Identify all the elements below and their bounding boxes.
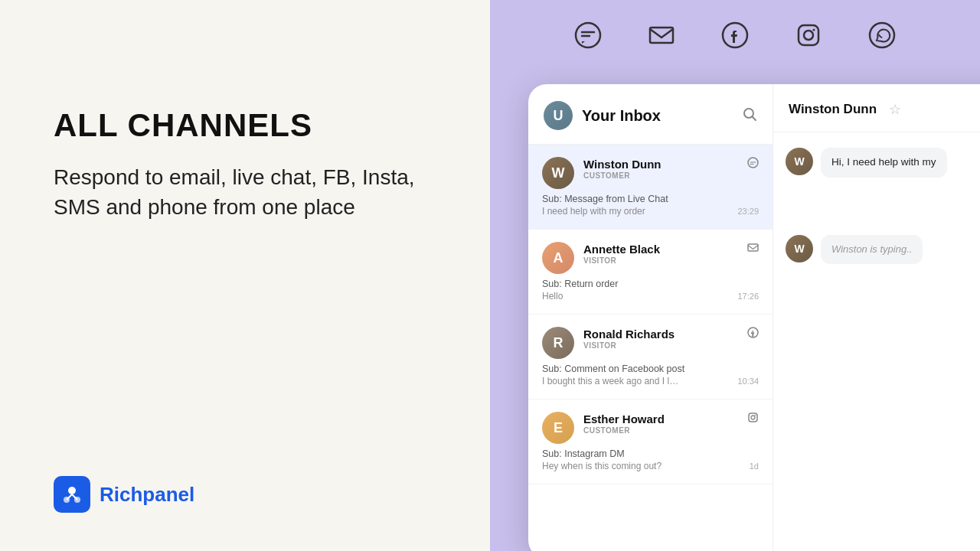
inbox-panel: U Your Inbox W bbox=[528, 84, 773, 551]
chat-messages: W Hi, I need help with my Hi Wins W bbox=[773, 132, 980, 551]
left-content: ALL CHANNELS Respond to email, live chat… bbox=[54, 107, 436, 222]
conv-subject: Sub: Instagram DM bbox=[542, 448, 759, 459]
richpanel-logo-icon bbox=[54, 476, 90, 513]
conv-name: Winston Dunn bbox=[583, 158, 662, 171]
conv-info: Ronald Richards VISITOR bbox=[583, 327, 759, 350]
conv-subject: Sub: Comment on Facebook post bbox=[542, 364, 759, 374]
instagram-icon bbox=[747, 412, 759, 425]
left-description: Respond to email, live chat, FB, Insta, … bbox=[54, 162, 436, 222]
svg-line-13 bbox=[753, 116, 756, 120]
svg-point-10 bbox=[813, 29, 815, 31]
inbox-avatar: U bbox=[544, 101, 573, 130]
conv-info: Winston Dunn CUSTOMER bbox=[583, 157, 759, 180]
conv-name: Esther Howard bbox=[583, 412, 665, 425]
svg-rect-17 bbox=[749, 413, 757, 422]
conv-preview: I need help with my order bbox=[542, 206, 645, 217]
conv-name: Annette Black bbox=[583, 243, 660, 256]
typing-indicator: W Winston is typing.. bbox=[786, 235, 980, 264]
conv-time: 10:34 bbox=[737, 377, 759, 386]
conv-subject: Sub: Message from Live Chat bbox=[542, 194, 759, 204]
chat-bubble-icon bbox=[574, 21, 602, 53]
email-icon bbox=[648, 21, 675, 53]
conv-role: CUSTOMER bbox=[583, 171, 759, 180]
conv-time: 17:26 bbox=[737, 292, 759, 301]
chat-message-outgoing: Hi Wins bbox=[786, 191, 980, 221]
conv-name: Ronald Richards bbox=[583, 328, 675, 341]
svg-point-18 bbox=[751, 416, 755, 419]
conv-subject: Sub: Return order bbox=[542, 279, 759, 289]
left-panel: ALL CHANNELS Respond to email, live chat… bbox=[0, 0, 490, 551]
chat-contact-name: Winston Dunn bbox=[789, 102, 877, 117]
avatar: E bbox=[542, 412, 574, 444]
conv-time: 1d bbox=[750, 461, 759, 471]
conv-preview: Hey when is this coming out? bbox=[542, 461, 662, 471]
typing-bubble: Winston is typing.. bbox=[821, 235, 923, 264]
conversation-list: W Winston Dunn bbox=[528, 145, 773, 551]
svg-point-0 bbox=[68, 487, 76, 494]
chat-icon bbox=[747, 157, 759, 171]
instagram-icon bbox=[795, 21, 822, 53]
svg-point-9 bbox=[804, 31, 813, 40]
avatar: A bbox=[542, 242, 574, 274]
inbox-header-left: U Your Inbox bbox=[544, 101, 661, 130]
whatsapp-icon bbox=[868, 21, 896, 53]
logo-area: Richpanel bbox=[54, 476, 436, 513]
conversation-item[interactable]: E Esther Howard bbox=[528, 399, 773, 484]
facebook-icon bbox=[747, 327, 759, 341]
conv-preview: Hello bbox=[542, 291, 563, 302]
avatar: W bbox=[786, 148, 813, 175]
message-text: Hi, I need help with my bbox=[831, 156, 936, 168]
inbox-avatar-face: U bbox=[544, 101, 573, 130]
conv-role: VISITOR bbox=[583, 256, 759, 265]
svg-rect-6 bbox=[650, 28, 673, 43]
typing-text: Winston is typing.. bbox=[831, 243, 912, 255]
inbox-title: Your Inbox bbox=[582, 107, 661, 125]
conv-role: VISITOR bbox=[583, 341, 759, 350]
conversation-item[interactable]: W Winston Dunn bbox=[528, 145, 773, 230]
facebook-icon bbox=[721, 21, 749, 53]
richpanel-logo-text: Richpanel bbox=[100, 483, 194, 507]
chat-message: W Hi, I need help with my bbox=[786, 148, 980, 178]
page-title: ALL CHANNELS bbox=[54, 107, 436, 144]
right-panel: U Your Inbox W bbox=[490, 0, 980, 551]
conv-info: Annette Black VISITOR bbox=[583, 242, 759, 265]
conversation-item[interactable]: A Annette Black bbox=[528, 230, 773, 315]
avatar: W bbox=[542, 157, 574, 189]
conv-role: CUSTOMER bbox=[583, 426, 759, 435]
avatar: R bbox=[542, 327, 574, 359]
svg-point-19 bbox=[755, 415, 756, 416]
chat-panel: Winston Dunn ☆ W Hi, I need help with my bbox=[773, 84, 980, 551]
channel-icons-bar bbox=[490, 0, 980, 74]
conversation-item[interactable]: R Ronald Richards bbox=[528, 315, 773, 399]
svg-rect-8 bbox=[799, 25, 818, 45]
svg-rect-15 bbox=[748, 244, 758, 251]
inbox-header: U Your Inbox bbox=[528, 84, 773, 145]
conv-info: Esther Howard CUSTOMER bbox=[583, 412, 759, 435]
avatar: W bbox=[786, 235, 813, 262]
search-icon[interactable] bbox=[742, 106, 757, 126]
device-mockup: U Your Inbox W bbox=[528, 84, 980, 551]
conv-time: 23:29 bbox=[737, 207, 759, 216]
email-icon bbox=[747, 242, 759, 256]
star-icon[interactable]: ☆ bbox=[889, 101, 901, 118]
conv-preview: I bought this a week ago and I lovee it.… bbox=[542, 376, 680, 386]
chat-header: Winston Dunn ☆ bbox=[773, 84, 980, 132]
message-bubble: Hi, I need help with my bbox=[821, 148, 947, 178]
